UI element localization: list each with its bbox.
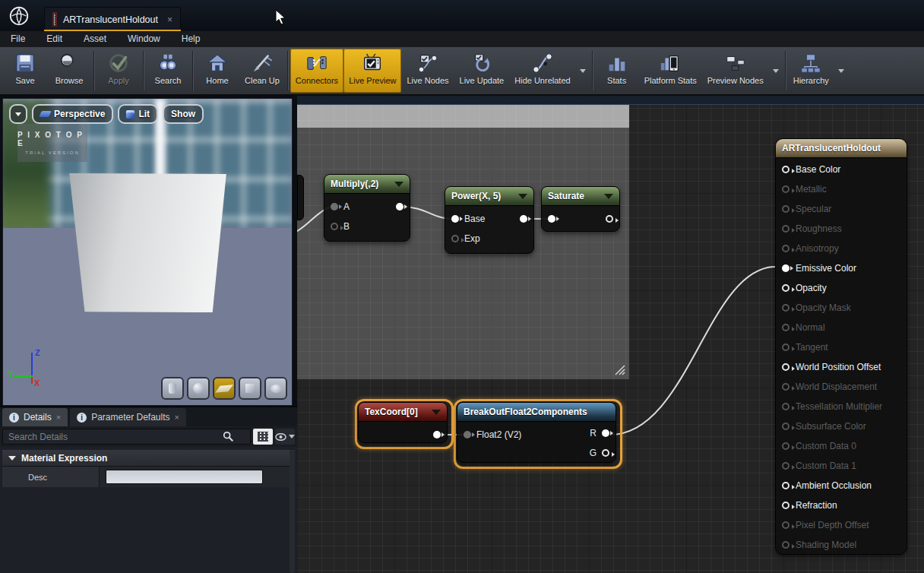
hierarchy-button[interactable]: Hierarchy bbox=[788, 49, 834, 93]
hierarchy-label: Hierarchy bbox=[793, 76, 829, 85]
preview-nodes-dropdown[interactable] bbox=[769, 49, 783, 93]
input-pin[interactable] bbox=[548, 215, 555, 223]
menu-window[interactable]: Window bbox=[117, 31, 171, 47]
node-collapse-icon[interactable] bbox=[518, 194, 527, 199]
node-power[interactable]: Power(X, 5) Base Exp bbox=[445, 186, 534, 254]
tab-close-icon[interactable]: × bbox=[175, 413, 179, 422]
pin-tangent[interactable]: Tangent bbox=[776, 337, 907, 357]
material-expression-section-header[interactable]: Material Expression bbox=[2, 450, 295, 467]
pin-emissive-color[interactable]: Emissive Color bbox=[776, 258, 907, 278]
tab-close-icon[interactable]: × bbox=[56, 413, 61, 422]
node-saturate[interactable]: Saturate bbox=[541, 186, 620, 232]
input-pin-float2[interactable] bbox=[464, 431, 471, 438]
connectors-button[interactable]: Connectors bbox=[290, 49, 343, 93]
toolbar-separator bbox=[287, 51, 288, 90]
node-collapse-icon[interactable] bbox=[604, 194, 613, 199]
pin-subsurface-color[interactable]: Subsurface Color bbox=[776, 416, 907, 436]
pin-world-displacement[interactable]: World Displacement bbox=[776, 377, 907, 397]
desc-field[interactable] bbox=[106, 470, 263, 484]
lit-button[interactable]: Lit bbox=[118, 104, 158, 124]
details-scrollbar[interactable] bbox=[290, 450, 295, 573]
node-breakout-header[interactable]: BreakOutFloat2Components bbox=[457, 403, 615, 422]
node-collapse-icon[interactable] bbox=[394, 182, 403, 187]
comment-box-header[interactable] bbox=[297, 105, 629, 128]
shape-plane-button[interactable] bbox=[213, 377, 236, 400]
material-node-header[interactable]: ARTranslucentHoldout bbox=[776, 139, 907, 158]
apply-button[interactable]: Apply bbox=[97, 49, 141, 93]
pin-world-position-offset[interactable]: World Position Offset bbox=[776, 357, 907, 377]
input-pin-exp[interactable] bbox=[451, 235, 459, 242]
pin-shading-model[interactable]: Shading Model bbox=[776, 535, 907, 555]
node-texcoord[interactable]: TexCoord[0] bbox=[358, 402, 448, 443]
pin-tessellation-multiplier[interactable]: Tessellation Multiplier bbox=[776, 397, 907, 416]
pin-roughness[interactable]: Roughness bbox=[776, 219, 907, 239]
menu-asset[interactable]: Asset bbox=[73, 31, 117, 47]
pin-anisotropy[interactable]: Anisotropy bbox=[776, 239, 907, 258]
menu-help[interactable]: Help bbox=[171, 31, 211, 47]
menu-file[interactable]: File bbox=[0, 31, 36, 47]
shape-teapot-button[interactable] bbox=[264, 377, 287, 400]
output-pin[interactable] bbox=[433, 431, 441, 438]
pin-custom-data-0[interactable]: Custom Data 0 bbox=[776, 436, 907, 456]
tab-parameter-defaults[interactable]: i Parameter Defaults × bbox=[70, 408, 186, 426]
search-button[interactable]: Search bbox=[146, 49, 190, 93]
comment-resize-handle[interactable] bbox=[612, 362, 626, 376]
display-filter-grid-button[interactable] bbox=[253, 429, 273, 445]
pin-opacity[interactable]: Opacity bbox=[776, 278, 907, 298]
clean-up-button[interactable]: Clean Up bbox=[239, 49, 285, 93]
output-pin-r[interactable] bbox=[602, 429, 609, 437]
output-pin[interactable] bbox=[396, 203, 403, 211]
stats-icon bbox=[606, 52, 628, 74]
show-button[interactable]: Show bbox=[163, 104, 204, 124]
live-update-button[interactable]: Live Update bbox=[454, 49, 510, 93]
platform-stats-button[interactable]: Platform Stats bbox=[639, 49, 702, 93]
shape-sphere-button[interactable] bbox=[187, 377, 210, 400]
save-button[interactable]: Save bbox=[3, 49, 47, 93]
hierarchy-dropdown[interactable] bbox=[834, 49, 848, 93]
node-multiply-header[interactable]: Multiply(,2) bbox=[324, 175, 410, 194]
home-button[interactable]: Home bbox=[195, 49, 239, 93]
pin-base-color[interactable]: Base Color bbox=[776, 160, 907, 179]
input-pin-base[interactable] bbox=[451, 215, 459, 223]
node-breakout[interactable]: BreakOutFloat2Components Float2 (V2) R G bbox=[457, 402, 616, 463]
viewport-menu-button[interactable] bbox=[9, 104, 27, 124]
node-title: BreakOutFloat2Components bbox=[464, 407, 609, 417]
perspective-button[interactable]: Perspective bbox=[32, 104, 113, 124]
output-pin[interactable] bbox=[520, 215, 527, 223]
node-multiply[interactable]: Multiply(,2) A B bbox=[324, 174, 410, 242]
preview-viewport[interactable]: Perspective Lit Show P I X O T O P E TRI… bbox=[2, 98, 293, 406]
material-graph-canvas[interactable]: Multiply(,2) A B P bbox=[297, 96, 924, 573]
live-preview-button[interactable]: Live Preview bbox=[343, 49, 401, 93]
asset-tab[interactable]: ARTranslucentHoldout × bbox=[44, 7, 181, 31]
pin-ambient-occlusion[interactable]: Ambient Occlusion bbox=[776, 476, 907, 495]
node-texcoord-header[interactable]: TexCoord[0] bbox=[359, 403, 447, 422]
node-collapse-icon[interactable] bbox=[432, 410, 441, 415]
stats-button[interactable]: Stats bbox=[595, 49, 639, 93]
input-pin-b[interactable] bbox=[331, 223, 338, 230]
graph-options-dropdown[interactable] bbox=[576, 49, 590, 93]
pin-refraction[interactable]: Refraction bbox=[776, 495, 907, 515]
pin-metallic[interactable]: Metallic bbox=[776, 179, 907, 199]
output-pin-g[interactable] bbox=[602, 449, 609, 457]
menu-edit[interactable]: Edit bbox=[36, 31, 73, 47]
output-pin[interactable] bbox=[606, 215, 613, 223]
pin-custom-data-1[interactable]: Custom Data 1 bbox=[776, 456, 907, 476]
view-options-button[interactable] bbox=[275, 429, 295, 445]
pin-normal[interactable]: Normal bbox=[776, 318, 907, 337]
preview-nodes-button[interactable]: Preview Nodes bbox=[702, 49, 769, 93]
node-power-header[interactable]: Power(X, 5) bbox=[445, 187, 533, 206]
shape-cylinder-button[interactable] bbox=[161, 377, 184, 400]
input-pin-a[interactable] bbox=[331, 203, 338, 211]
shape-cube-button[interactable] bbox=[239, 377, 261, 400]
pin-pixel-depth-offset[interactable]: Pixel Depth Offset bbox=[776, 515, 907, 535]
search-details-input[interactable] bbox=[2, 429, 251, 445]
live-nodes-button[interactable]: Live Nodes bbox=[401, 49, 454, 93]
browse-button[interactable]: Browse bbox=[47, 49, 91, 93]
pin-specular[interactable]: Specular bbox=[776, 199, 907, 219]
tab-close-icon[interactable]: × bbox=[167, 14, 172, 25]
tab-details[interactable]: i Details × bbox=[2, 408, 68, 426]
hide-unrelated-button[interactable]: Hide Unrelated bbox=[509, 49, 575, 93]
node-material-result[interactable]: ARTranslucentHoldout Base Color Metallic… bbox=[775, 138, 907, 555]
node-saturate-header[interactable]: Saturate bbox=[542, 187, 619, 206]
pin-opacity-mask[interactable]: Opacity Mask bbox=[776, 298, 907, 318]
